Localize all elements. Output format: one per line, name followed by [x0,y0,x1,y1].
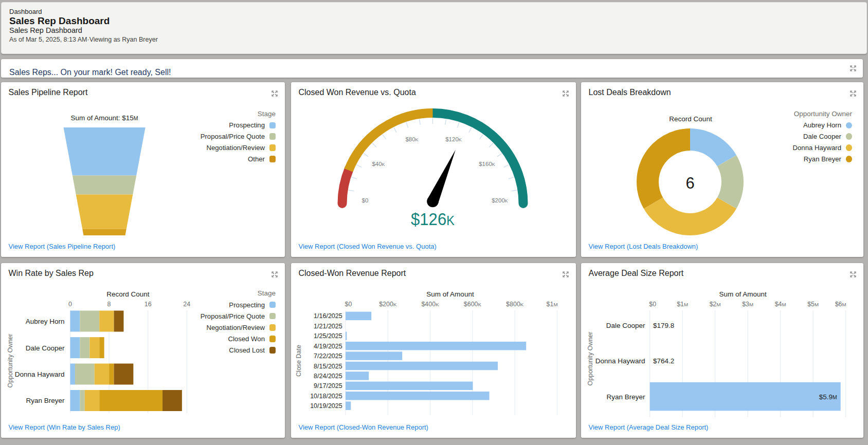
svg-text:$600K: $600K [464,301,482,308]
svg-text:10/18/2025: 10/18/2025 [310,393,342,400]
svg-text:Sum of Amount: Sum of Amount [719,290,767,298]
svg-text:Record Count: Record Count [669,115,712,123]
svg-text:Record Count: Record Count [106,290,150,298]
svg-text:$40K: $40K [372,161,385,167]
svg-text:9/17/2025: 9/17/2025 [314,382,342,390]
svg-text:$200K: $200K [492,197,508,203]
svg-text:8/15/2025: 8/15/2025 [314,363,342,370]
svg-text:Ryan Breyer: Ryan Breyer [607,393,646,401]
svg-text:Donna Hayward: Donna Hayward [15,370,65,378]
svg-text:Sum of Amount: Sum of Amount [426,290,474,298]
svg-text:Opportunity Owner: Opportunity Owner [587,332,594,386]
svg-text:$126K: $126K [411,210,455,229]
svg-text:$0: $0 [362,197,369,203]
svg-text:$1M: $1M [546,301,557,308]
svg-text:$179.8: $179.8 [653,322,674,329]
svg-text:$5M: $5M [807,301,819,308]
svg-text:Opportunity Owner: Opportunity Owner [7,334,14,388]
svg-text:Sum of Amount: $15M: Sum of Amount: $15M [70,114,138,122]
svg-text:8: 8 [107,301,111,308]
svg-text:$200K: $200K [379,301,397,308]
svg-text:1/16/2025: 1/16/2025 [314,312,342,320]
svg-text:Donna Hayward: Donna Hayward [595,357,645,365]
svg-text:$2M: $2M [710,301,721,308]
svg-text:0: 0 [68,301,72,308]
svg-text:$4M: $4M [775,301,786,308]
svg-text:7/22/2025: 7/22/2025 [314,353,342,360]
svg-text:8/24/2025: 8/24/2025 [314,373,342,380]
svg-text:$3M: $3M [742,301,753,308]
svg-text:$0: $0 [345,301,352,308]
svg-text:6: 6 [685,174,694,192]
svg-text:Dale Cooper: Dale Cooper [26,344,65,352]
svg-text:Ryan Breyer: Ryan Breyer [26,397,65,404]
svg-text:$400K: $400K [421,301,439,308]
svg-text:$0: $0 [649,301,656,308]
svg-text:1/21/2025: 1/21/2025 [314,323,342,330]
svg-text:$5.9M: $5.9M [819,393,837,401]
svg-text:$160K: $160K [479,161,495,167]
svg-text:$1M: $1M [677,301,688,308]
svg-text:$120K: $120K [445,136,462,142]
svg-text:24: 24 [183,301,190,308]
svg-text:$80K: $80K [405,136,418,142]
svg-text:$764.2: $764.2 [653,357,674,365]
svg-text:Close Date: Close Date [295,345,302,377]
svg-text:$6M: $6M [835,301,846,308]
svg-text:4/19/2025: 4/19/2025 [314,343,342,350]
svg-text:1/25/2025: 1/25/2025 [314,332,342,340]
svg-text:Dale Cooper: Dale Cooper [606,322,645,329]
svg-text:$800K: $800K [506,301,524,308]
svg-text:Aubrey Horn: Aubrey Horn [26,318,65,325]
svg-text:10/19/2025: 10/19/2025 [310,402,342,410]
svg-text:16: 16 [144,301,152,308]
